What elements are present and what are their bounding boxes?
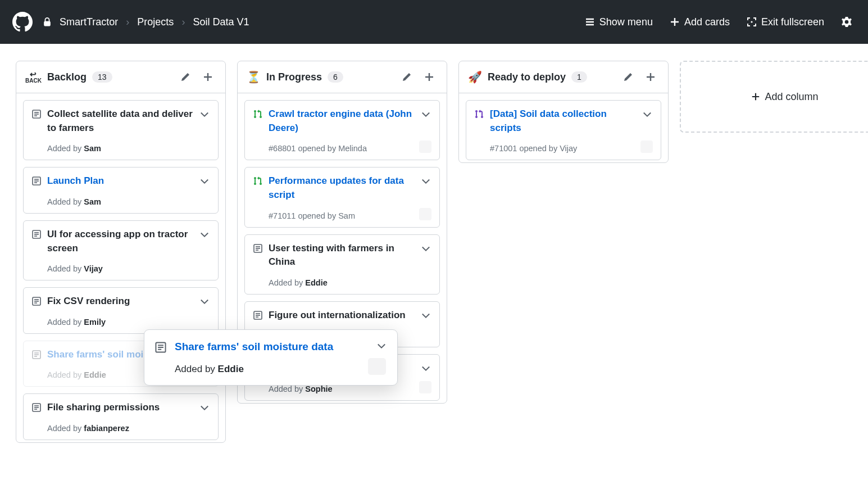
pencil-icon [402, 72, 412, 82]
card-menu-button[interactable] [377, 342, 387, 352]
note-icon [253, 243, 263, 253]
hourglass-icon: ⏳ [247, 70, 261, 84]
note-icon [31, 109, 42, 119]
note-icon [31, 350, 42, 360]
chevron-right-icon: › [181, 16, 185, 28]
add-cards-label: Add cards [684, 16, 730, 28]
card[interactable]: Crawl tractor engine data (John Deere)#6… [244, 100, 440, 160]
chevron-down-icon [421, 177, 430, 186]
card-swatch [640, 141, 653, 153]
back-icon: ↩BACK [25, 70, 42, 84]
column-count: 6 [328, 71, 343, 83]
edit-column-button[interactable] [398, 69, 415, 85]
card[interactable]: UI for accessing app on tractor screenAd… [23, 220, 219, 280]
card-title: Launch Plan [47, 174, 194, 188]
column-header: ↩BACK Backlog 13 [16, 61, 225, 93]
card-menu-button[interactable] [421, 110, 431, 120]
bc-repo[interactable]: SmartTractor [60, 16, 118, 28]
gear-icon [841, 16, 852, 28]
card-menu-button[interactable] [200, 230, 210, 241]
plus-icon [203, 72, 213, 82]
card-title: Collect satellite data and deliver to fa… [47, 107, 194, 135]
settings-button[interactable] [838, 14, 856, 30]
lock-icon [43, 17, 52, 27]
add-card-button[interactable] [642, 69, 659, 85]
card-swatch [419, 141, 431, 153]
card-swatch [419, 381, 431, 393]
chevron-down-icon [421, 110, 430, 119]
card-meta: #71011 opened by Sam [269, 211, 431, 220]
github-logo-icon[interactable] [12, 12, 33, 32]
card-meta: #71001 opened by Vijay [490, 144, 653, 153]
card-meta: Added by Sophie [269, 384, 431, 393]
card-menu-button[interactable] [421, 364, 431, 374]
bc-project[interactable]: Soil Data V1 [193, 16, 249, 28]
card-meta: #68801 opened by Melinda [269, 144, 431, 153]
card[interactable]: Collect satellite data and deliver to fa… [23, 100, 219, 160]
dragging-card[interactable]: Share farms' soil moisture data Added by… [144, 329, 398, 386]
card[interactable]: Fix CSV renderingAdded by Emily [23, 287, 219, 334]
card-meta: Added by Vijay [47, 264, 210, 273]
card-title: Performance updates for data script [269, 174, 416, 202]
column-title: Ready to deploy [488, 71, 566, 83]
edit-column-button[interactable] [620, 69, 637, 85]
card-title: Fix CSV rendering [47, 295, 194, 309]
exit-fullscreen-button[interactable]: Exit fullscreen [743, 14, 828, 30]
add-column-button[interactable]: Add column [680, 61, 868, 133]
exit-fullscreen-icon [747, 17, 757, 27]
card-menu-button[interactable] [200, 110, 210, 120]
card-menu-button[interactable] [200, 404, 210, 414]
card[interactable]: [Data] Soil data collection scripts#7100… [466, 100, 661, 160]
chevron-down-icon [421, 244, 430, 253]
pull-request-icon [253, 176, 263, 186]
card-swatch [368, 358, 386, 375]
pencil-icon [180, 72, 190, 82]
column-title: Backlog [47, 71, 87, 83]
card-menu-button[interactable] [421, 244, 431, 255]
add-column-label: Add column [765, 91, 818, 103]
edit-column-button[interactable] [177, 69, 194, 85]
chevron-down-icon [377, 342, 386, 351]
card[interactable]: Performance updates for data script#7101… [244, 167, 440, 227]
card-menu-button[interactable] [643, 110, 653, 120]
bc-projects[interactable]: Projects [137, 16, 174, 28]
show-menu-button[interactable]: Show menu [581, 14, 656, 30]
chevron-down-icon [643, 110, 652, 119]
note-icon [31, 402, 42, 413]
column-count: 1 [571, 71, 587, 83]
chevron-down-icon [200, 177, 209, 186]
chevron-down-icon [200, 110, 209, 119]
show-menu-label: Show menu [599, 16, 653, 28]
column-backlog: ↩BACK Backlog 13 Collect satellite data … [16, 61, 226, 443]
column-title: In Progress [266, 71, 322, 83]
card-menu-button[interactable] [421, 311, 431, 322]
card-meta: Added by Eddie [175, 364, 387, 375]
note-icon [31, 176, 42, 186]
card-title: UI for accessing app on tractor screen [47, 228, 194, 255]
column-header: ⏳ In Progress 6 [238, 61, 447, 93]
card-title: User testing with farmers in China [269, 242, 416, 269]
note-icon [253, 310, 263, 320]
card-meta: Added by fabianperez [47, 424, 210, 433]
plus-icon [751, 92, 760, 101]
card-swatch [419, 208, 431, 220]
card[interactable]: Launch PlanAdded by Sam [23, 167, 219, 214]
note-icon [31, 296, 42, 306]
project-board: ↩BACK Backlog 13 Collect satellite data … [0, 44, 868, 460]
column-header: 🚀 Ready to deploy 1 [459, 61, 668, 93]
card-menu-button[interactable] [200, 297, 210, 307]
exit-fullscreen-label: Exit fullscreen [761, 16, 824, 28]
topbar: SmartTractor › Projects › Soil Data V1 S… [0, 0, 868, 44]
plus-icon [424, 72, 434, 82]
chevron-down-icon [421, 364, 430, 373]
menu-icon [585, 17, 595, 27]
card-menu-button[interactable] [200, 177, 210, 187]
add-card-button[interactable] [421, 69, 438, 85]
card-menu-button[interactable] [421, 177, 431, 187]
add-card-button[interactable] [199, 69, 216, 85]
column-ready: 🚀 Ready to deploy 1 [Data] Soil data col… [458, 61, 669, 163]
chevron-down-icon [421, 311, 430, 320]
card[interactable]: User testing with farmers in ChinaAdded … [244, 234, 440, 295]
card[interactable]: File sharing permissionsAdded by fabianp… [23, 393, 219, 440]
add-cards-button[interactable]: Add cards [666, 14, 733, 30]
